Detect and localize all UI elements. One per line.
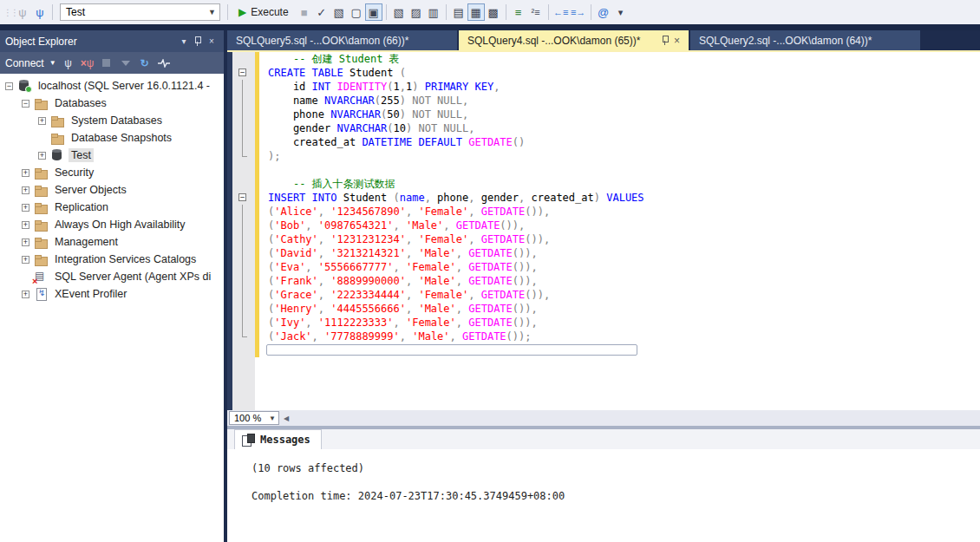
code-token: [268, 178, 293, 190]
pin-icon[interactable]: [662, 36, 669, 45]
code-line-20[interactable]: ('Ivy', '1112223333', 'Female', GETDATE(…: [227, 316, 980, 330]
code-token: 'Cathy': [274, 233, 318, 245]
tree-item-sql-server-agent-agent-xps-di[interactable]: SQL Server Agent (Agent XPs di: [0, 268, 224, 285]
fold-collapse-icon[interactable]: −: [238, 69, 246, 76]
expand-icon[interactable]: +: [22, 256, 29, 264]
editor-bottom-bar: 100 % ▼ ◀: [227, 410, 980, 426]
code-line-7[interactable]: created_at DATETIME DEFAULT GETDATE(): [227, 135, 980, 149]
tree-item-database-snapshots[interactable]: Database Snapshots: [0, 129, 224, 147]
code-line-1[interactable]: -- 创建 Student 表: [227, 52, 980, 66]
chevron-down-icon[interactable]: ▼: [269, 415, 276, 422]
expand-icon[interactable]: +: [22, 204, 29, 212]
tab-sqlquery2-sql[interactable]: SQLQuery2.sql -...OOK\damon (64))*: [690, 30, 920, 50]
toolbar-overflow-icon[interactable]: ▾: [612, 3, 630, 21]
code-line-21[interactable]: ('Jack', '7778889999', 'Male', GETDATE()…: [227, 330, 980, 343]
uncomment-icon[interactable]: ²≡: [527, 3, 545, 21]
tree-item-xevent-profiler[interactable]: +XEvent Profiler: [0, 285, 224, 303]
tree-item-replication[interactable]: +Replication: [0, 199, 224, 216]
code-token: GETDATE: [481, 206, 526, 218]
tree-item-system-databases[interactable]: +System Databases: [0, 112, 224, 129]
live-query-stats-icon[interactable]: ▨: [408, 3, 425, 21]
code-line-2[interactable]: −CREATE TABLE Student (: [227, 66, 980, 80]
execute-button[interactable]: ▶ Execute: [232, 3, 296, 22]
tree-item-label: Management: [52, 235, 121, 249]
messages-output[interactable]: (10 rows affected) Completion time: 2024…: [227, 449, 980, 542]
tab-sqlquery5-sql[interactable]: SQLQuery5.sql -...OOK\damon (66))*: [227, 30, 457, 50]
intellisense-enabled-icon[interactable]: ▣: [365, 3, 382, 21]
query-options-icon[interactable]: ▢: [348, 3, 365, 21]
expand-icon[interactable]: +: [38, 117, 46, 125]
decrease-indent-icon[interactable]: ←≡: [552, 3, 570, 21]
chevron-down-icon[interactable]: ▼: [208, 8, 216, 16]
collapse-icon[interactable]: −: [5, 82, 13, 90]
tab-messages[interactable]: Messages: [234, 429, 322, 449]
fold-guide-line: [242, 121, 243, 135]
estimated-plan-icon[interactable]: ▧: [390, 3, 408, 21]
code-line-19[interactable]: ('Henry', '4445556666', 'Male', GETDATE(…: [227, 302, 980, 316]
close-icon[interactable]: ×: [205, 36, 219, 46]
expand-icon[interactable]: +: [22, 291, 29, 298]
expand-icon[interactable]: +: [22, 186, 29, 194]
code-line-9[interactable]: [227, 163, 980, 177]
pin-icon[interactable]: [194, 36, 201, 46]
tree-item-integration-services-catalogs[interactable]: +Integration Services Catalogs: [0, 251, 224, 268]
results-to-text-icon[interactable]: ▤: [450, 3, 467, 21]
comment-icon[interactable]: ≡: [510, 3, 527, 21]
code-line-14[interactable]: ('Cathy', '1231231234', 'Female', GETDAT…: [227, 232, 980, 246]
code-line-5[interactable]: phone NVARCHAR(50) NOT NULL,: [227, 108, 980, 121]
tab-sqlquery4-sql[interactable]: SQLQuery4.sql -...OOK\damon (65))*×: [459, 30, 689, 50]
results-to-file-icon[interactable]: ▩: [485, 3, 502, 21]
client-statistics-icon[interactable]: ▥: [425, 3, 442, 21]
tree-item-security[interactable]: +Security: [0, 164, 224, 181]
database-selector[interactable]: Test ▼: [60, 3, 220, 21]
tree-item-management[interactable]: +Management: [0, 233, 224, 251]
collapse-icon[interactable]: −: [22, 100, 29, 108]
increase-indent-icon[interactable]: ≡→: [570, 3, 587, 21]
showplan-icon[interactable]: ▧: [330, 3, 348, 21]
tree-item-localhost-sql-server-16-0-1121[interactable]: −localhost (SQL Server 16.0.1121.4 -: [0, 77, 224, 95]
code-line-17[interactable]: ('Frank', '8889990000', 'Male', GETDATE(…: [227, 274, 980, 288]
tree-item-test[interactable]: +Test: [0, 147, 224, 164]
code-token: 'Frank': [274, 275, 318, 287]
toolbar-grip[interactable]: ⋮⋮: [3, 8, 14, 17]
tree-item-databases[interactable]: −Databases: [0, 95, 224, 112]
code-line-22[interactable]: [227, 343, 980, 357]
window-menu-icon[interactable]: ▾: [177, 36, 191, 46]
activity-monitor-icon[interactable]: [157, 56, 171, 70]
close-icon[interactable]: ×: [674, 35, 680, 47]
refresh-icon[interactable]: ↻: [138, 56, 152, 70]
code-line-3[interactable]: id INT IDENTITY(1,1) PRIMARY KEY,: [227, 80, 980, 94]
expand-icon[interactable]: +: [22, 221, 29, 229]
connect-icon[interactable]: ψ: [14, 3, 31, 21]
tree-item-always-on-high-availability[interactable]: +Always On High Availability: [0, 216, 224, 233]
code-line-12[interactable]: ('Alice', '1234567890', 'Female', GETDAT…: [227, 205, 980, 219]
zoom-selector[interactable]: 100 % ▼: [229, 411, 279, 425]
hscroll-track[interactable]: [293, 410, 980, 426]
code-token: ,: [519, 192, 531, 204]
code-line-18[interactable]: ('Grace', '2223334444', 'Female', GETDAT…: [227, 288, 980, 302]
expand-icon[interactable]: +: [22, 238, 29, 246]
code-line-8[interactable]: );: [227, 149, 980, 163]
sql-editor[interactable]: -- 创建 Student 表−CREATE TABLE Student ( i…: [227, 52, 980, 410]
code-line-16[interactable]: ('Eva', '5556667777', 'Female', GETDATE(…: [227, 260, 980, 274]
code-line-4[interactable]: name NVARCHAR(255) NOT NULL,: [227, 94, 980, 108]
parse-icon[interactable]: ✓: [313, 3, 330, 21]
chevron-down-icon[interactable]: ▼: [49, 59, 56, 67]
code-line-15[interactable]: ('David', '3213214321', 'Male', GETDATE(…: [227, 246, 980, 260]
fold-collapse-icon[interactable]: −: [238, 193, 246, 201]
code-line-11[interactable]: −INSERT INTO Student (name, phone, gende…: [227, 191, 980, 205]
results-to-grid-icon[interactable]: ▦: [467, 3, 485, 21]
template-parameters-icon[interactable]: @: [595, 3, 612, 21]
code-line-13[interactable]: ('Bob', '0987654321', 'Male', GETDATE())…: [227, 219, 980, 232]
code-line-10[interactable]: -- 插入十条测试数据: [227, 177, 980, 191]
change-connection-icon[interactable]: ψ: [31, 3, 49, 21]
disconnect-plug-icon[interactable]: ×ψ: [81, 56, 95, 70]
code-token: 'Male': [406, 219, 443, 232]
connect-plug-icon[interactable]: ψ: [62, 56, 75, 70]
connect-button[interactable]: Connect: [5, 57, 44, 69]
expand-icon[interactable]: +: [38, 152, 46, 160]
tree-item-server-objects[interactable]: +Server Objects: [0, 181, 224, 199]
hscroll-left-arrow[interactable]: ◀: [279, 415, 293, 422]
expand-icon[interactable]: +: [22, 169, 29, 177]
code-line-6[interactable]: gender NVARCHAR(10) NOT NULL,: [227, 121, 980, 135]
